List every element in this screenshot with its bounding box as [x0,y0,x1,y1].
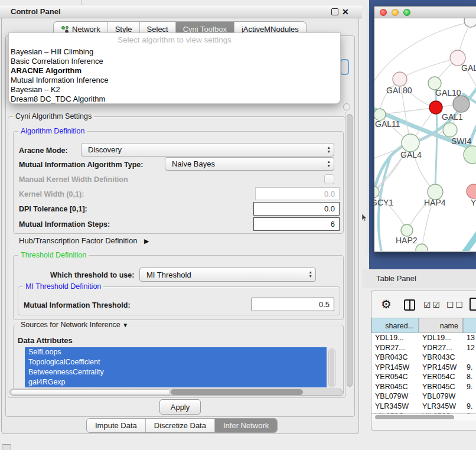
cell[interactable]: YBL079W [419,392,463,400]
split-panel-icon[interactable] [404,299,415,311]
scrollbar-thumb[interactable] [375,415,454,419]
hub-transcription-section[interactable]: Hub/Transcription Factor Definition ▶ [19,236,149,245]
list-item-topologicalcoefficient[interactable]: TopologicalCoefficient [25,357,327,367]
node-swi4[interactable] [464,146,476,164]
table-row[interactable]: YBL079W YBL079W [371,392,476,402]
cell[interactable]: 13 [463,334,476,342]
close-traffic-light[interactable] [380,9,387,16]
cell[interactable]: 8. [463,373,476,381]
minimize-traffic-light[interactable] [392,9,399,16]
scrollbar-thumb[interactable] [330,350,334,386]
table-header-name[interactable]: name [419,318,463,333]
mouse-cursor [361,214,367,221]
list-item-gal4rgexp[interactable]: gal4RGexp [25,377,327,387]
dpi-tolerance-value: 0.0 [324,204,335,213]
dropdown-item-dream8-dc-tdc[interactable]: Dream8 DC_TDC Algorithm [9,94,340,104]
table-row[interactable]: YDR27... YDR27... 12 [371,343,476,353]
mi-algorithm-type-combobox[interactable]: Naive Bayes ▲ ▼ [165,157,334,171]
label-hap2: HAP2 [396,236,418,245]
document-icon[interactable] [470,298,476,311]
node-partial-top[interactable] [464,18,476,27]
list-item-selfloops[interactable]: SelfLoops [25,347,327,357]
manual-kernel-width-checkbox[interactable] [324,174,334,184]
dropdown-item-basic-correlation-inference[interactable]: Basic Correlation Inference [9,57,340,66]
deselect-all-checkboxes-icon[interactable]: ☐☐ [446,300,465,309]
settings-horizontal-scrollbar[interactable] [9,389,343,396]
close-icon[interactable]: ✕ [342,6,349,18]
table-header-shared[interactable]: shared... [371,318,419,333]
cell[interactable]: YPR145W [371,363,419,371]
settings-vertical-scrollbar[interactable] [345,112,354,394]
node-gal80[interactable] [393,72,407,86]
list-item-betweennesscentrality[interactable]: BetweennessCentrality [25,367,327,377]
table-row[interactable]: YBR043C YBR043C [371,353,476,363]
gear-icon[interactable]: ⚙ [381,298,392,311]
node-gal1[interactable] [443,123,457,137]
cell[interactable]: YDL19... [371,334,419,342]
dropdown-item-bayesian-hill-climbing[interactable]: Bayesian – Hill Climbing [9,47,340,57]
dropdown-item-mutual-information-inference[interactable]: Mutual Information Inference [9,76,340,85]
cell[interactable]: 9. [463,363,476,371]
cell[interactable]: YER054C [371,373,419,381]
cell[interactable]: YDR27... [419,344,463,352]
mutual-information-threshold-field[interactable]: 0.5 [252,298,334,311]
table-horizontal-scrollbar[interactable] [371,413,476,420]
algorithm-combobox-partial[interactable] [340,59,349,75]
cell[interactable]: YBR045C [419,383,463,391]
cell[interactable]: 9. [463,383,476,391]
node-gal4[interactable] [402,134,419,152]
cell[interactable]: YLR345W [419,402,463,410]
kernel-width-field[interactable]: 0.0 [255,187,340,200]
network-window-titlebar[interactable] [374,6,476,18]
cell[interactable]: YBR043C [419,353,463,361]
tab-infer-network[interactable]: Infer Network [215,419,277,432]
cell[interactable]: YBL079W [371,392,419,400]
apply-button[interactable]: Apply [159,399,201,415]
tab-discretize-data[interactable]: Discretize Data [146,419,215,432]
dropdown-item-aracne-algorithm[interactable]: ARACNE Algorithm [9,66,340,76]
cell[interactable]: YPR145W [419,363,463,371]
node-hap2[interactable] [401,224,413,236]
node-gray[interactable] [453,96,470,112]
table-panel-bar: Table Panel [362,269,476,288]
stepper-icon: ▲ ▼ [327,145,331,154]
dropdown-item-bayesian-k2[interactable]: Bayesian – K2 [9,85,340,94]
network-canvas[interactable]: GAL GAL80 GAL10 GAL1 GAL11 SWI4 GAL4 GCY… [374,18,476,251]
node-red-selected[interactable] [429,101,442,114]
cell[interactable]: 9. [463,402,476,410]
collapse-down-icon[interactable]: ▼ [122,322,128,328]
network-view-window[interactable]: GAL GAL80 GAL10 GAL1 GAL11 SWI4 GAL4 GCY… [374,6,476,252]
table-row[interactable]: YDL19... YDL19... 13 [371,333,476,343]
dropdown-prompt[interactable]: Select algorithm to view settings [9,33,340,47]
select-all-checkboxes-icon[interactable]: ☑☑ [423,300,442,309]
scrollbar-thumb[interactable] [347,114,353,387]
zoom-traffic-light[interactable] [403,9,410,16]
which-threshold-combobox[interactable]: MI Threshold ▲ ▼ [139,268,316,282]
cell[interactable]: YER054C [419,373,463,381]
sources-title-label: Sources for Network Inference [21,321,120,329]
cell[interactable]: YBR043C [371,353,419,361]
table-row[interactable]: YER054C YER054C 8. [371,372,476,382]
scrollbar-thumb[interactable] [11,389,170,395]
mi-steps-field[interactable]: 6 [253,217,340,231]
node-gal11[interactable] [374,109,386,120]
table-row[interactable]: YLR345W YLR345W 9. [371,402,476,412]
cell[interactable]: YBR045C [371,383,419,391]
expand-right-icon[interactable]: ▶ [144,237,149,244]
cell[interactable]: YLR345W [371,402,419,410]
attributes-list-scrollbar[interactable] [328,348,335,387]
node-partial-bottom[interactable] [416,244,428,251]
cell[interactable]: YDL19... [419,334,463,342]
table-row[interactable]: YPR145W YPR145W 9. [371,363,476,373]
cell[interactable]: YDR27... [371,344,419,352]
bottom-left-partial-widget [2,444,11,450]
aracne-mode-combobox[interactable]: Discovery ▲ ▼ [81,143,334,156]
node-pink-right[interactable] [467,184,476,198]
tab-impute-data[interactable]: Impute Data [87,419,146,432]
scrollbar-track-dark[interactable] [171,389,303,395]
table-header-partial[interactable] [463,318,476,333]
dpi-tolerance-field[interactable]: 0.0 [253,202,340,216]
float-window-icon[interactable] [331,8,338,15]
cell[interactable]: 12 [463,344,476,352]
table-row[interactable]: YBR045C YBR045C 9. [371,382,476,392]
